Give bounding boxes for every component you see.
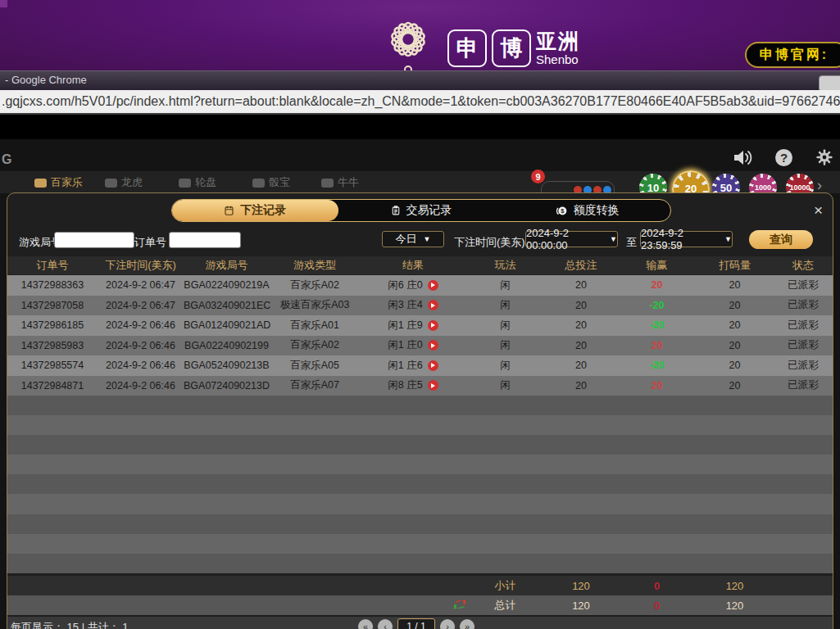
partial-logo-letter: G (2, 152, 11, 167)
refresh-icon[interactable] (453, 599, 466, 610)
game-nav-icon (105, 179, 117, 188)
play-icon[interactable] (428, 280, 438, 291)
cell-order: 14372988363 (7, 279, 98, 291)
play-icon[interactable] (428, 320, 438, 331)
date-from-select[interactable]: 2024-9-2 00:00:00 ▼ (525, 231, 618, 247)
cell-play: 闲 (466, 359, 544, 373)
prev-page-button[interactable]: ‹ (378, 619, 393, 629)
cell-order: 14372986185 (7, 319, 98, 331)
cell-play: 闲 (466, 378, 544, 392)
subtotal-label: 小计 (466, 578, 544, 593)
play-icon[interactable] (428, 340, 438, 351)
brand-logo: 申 博 亚洲 Shenbo (367, 3, 580, 72)
cell-turnover: 20 (696, 279, 774, 291)
search-button[interactable]: 查询 (749, 230, 813, 249)
result-text: 闲3 庄4 (388, 298, 422, 312)
tab-label: 交易记录 (406, 203, 452, 218)
game-nav-item[interactable]: 百家乐 (34, 175, 83, 190)
cell-game: 百家乐A05 (270, 359, 360, 373)
to-label: 至 (626, 235, 637, 250)
table-row[interactable]: 14372985574 2024-9-2 06:46 BGA0524090213… (7, 355, 833, 376)
table-row[interactable]: 14372984871 2024-9-2 06:46 BGA0724090213… (7, 376, 833, 396)
transaction-records-icon (391, 205, 401, 216)
table-row[interactable]: 14372987058 2024-9-2 06:47 BGA032409021E… (7, 296, 833, 316)
play-icon[interactable] (428, 360, 438, 371)
cell-status: 已派彩 (774, 319, 833, 333)
tab-quota-transfer[interactable]: $ 额度转换 (504, 200, 670, 221)
total-row: 总计 120 0 120 (7, 595, 833, 615)
official-site-label: 申博官网: (760, 47, 829, 64)
cell-play: 闲 (466, 298, 544, 312)
subtotal-row: 小计 120 0 120 (7, 576, 833, 595)
cell-status: 已派彩 (774, 298, 833, 312)
table-header-row: 订单号 下注时间(美东) 游戏局号 游戏类型 结果 玩法 总投注 输赢 打码量 … (7, 256, 833, 274)
window-corner (0, 0, 7, 7)
cell-result: 闲1 庄6 (360, 359, 466, 373)
cell-play: 闲 (466, 338, 544, 352)
brand-subtitle: Shenbo (536, 53, 580, 66)
result-text: 闲1 庄9 (388, 319, 422, 333)
cell-winloss: -20 (618, 360, 696, 371)
game-round-input[interactable] (54, 232, 134, 248)
play-icon[interactable] (428, 300, 438, 310)
chip-scroll-arrow-icon[interactable]: › (817, 177, 822, 194)
cell-round: BGA032409021EC (184, 300, 270, 311)
window-control-button[interactable] (819, 75, 840, 92)
table-row[interactable]: 14372988363 2024-9-2 06:47 BGA0224090219… (7, 275, 833, 296)
gear-icon[interactable] (815, 148, 833, 166)
brand-char-1: 申 (456, 34, 479, 63)
speaker-icon[interactable] (733, 149, 752, 166)
subtotal-bet: 120 (544, 580, 618, 592)
game-nav-icon (179, 179, 191, 188)
first-page-button[interactable]: « (358, 619, 373, 629)
chrome-titlebar[interactable] (0, 70, 840, 91)
cell-order: 14372985983 (7, 340, 98, 351)
cell-result: 闲6 庄0 (360, 278, 466, 292)
table-row[interactable]: 14372986185 2024-9-2 06:46 BGA012409021A… (7, 315, 833, 336)
brand-region: 亚洲 (536, 31, 580, 52)
col-header: 状态 (774, 258, 833, 273)
official-site-button[interactable]: 申博官网: (745, 42, 840, 68)
cell-bet: 20 (544, 380, 618, 391)
order-number-input[interactable] (169, 232, 241, 248)
cell-status: 已派彩 (774, 278, 833, 292)
cell-play: 闲 (466, 278, 544, 292)
col-header: 总投注 (544, 258, 618, 273)
tab-bet-records[interactable]: 下注记录 (172, 200, 338, 221)
last-page-button[interactable]: » (460, 619, 474, 629)
next-page-button[interactable]: › (440, 619, 455, 629)
divider-strip (0, 115, 840, 139)
help-icon[interactable]: ? (775, 149, 792, 166)
play-icon[interactable] (428, 380, 438, 391)
cell-time: 2024-9-2 06:46 (98, 340, 184, 351)
col-header: 输赢 (618, 258, 696, 273)
chevron-down-icon: ▼ (610, 235, 617, 243)
table-body: 14372988363 2024-9-2 06:47 BGA0224090219… (7, 275, 833, 396)
game-nav-item[interactable]: 龙虎 (105, 175, 143, 190)
cell-bet: 20 (544, 340, 618, 351)
date-range-select[interactable]: 今日 ▼ (382, 231, 444, 247)
date-from-value: 2024-9-2 00:00:00 (526, 227, 603, 251)
cell-turnover: 20 (696, 340, 774, 351)
url-bar[interactable]: .gqjcxs.com/h5V01/pc/index.html?return=a… (0, 90, 840, 115)
game-nav-item[interactable]: 牛牛 (321, 175, 359, 190)
game-nav-item[interactable]: 轮盘 (179, 175, 216, 190)
total-label: 总计 (466, 598, 544, 613)
cell-winloss: 20 (618, 279, 696, 291)
cell-round: BGA0524090213B (184, 360, 270, 371)
close-icon[interactable]: × (814, 202, 823, 218)
cell-play: 闲 (466, 319, 544, 333)
result-text: 闲6 庄0 (388, 278, 422, 292)
cell-result: 闲3 庄4 (360, 298, 466, 312)
brand-char-2: 博 (501, 34, 523, 63)
cell-turnover: 20 (696, 300, 774, 311)
game-nav-item[interactable]: 骰宝 (252, 175, 290, 190)
empty-stripes (7, 396, 833, 573)
tab-transaction-records[interactable]: 交易记录 (338, 200, 505, 221)
game-nav-icon (252, 179, 265, 188)
table-row[interactable]: 14372985983 2024-9-2 06:46 BGA0224090219… (7, 336, 833, 356)
cell-bet: 20 (544, 279, 618, 291)
subtotal-turnover: 120 (696, 580, 774, 592)
date-to-select[interactable]: 2024-9-2 23:59:59 ▼ (640, 231, 733, 247)
cell-winloss: -20 (618, 300, 696, 311)
